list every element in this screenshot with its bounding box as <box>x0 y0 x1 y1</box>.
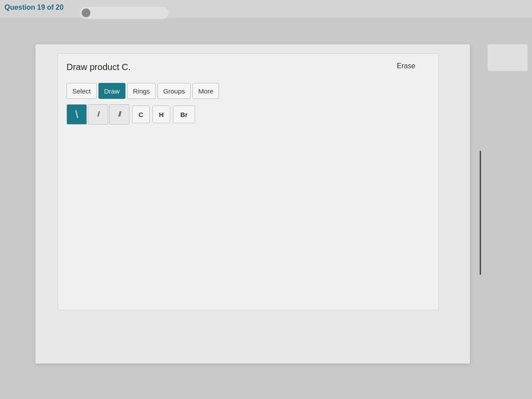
single-bond-button[interactable]: / <box>66 104 87 125</box>
bond-toolbar: / // /// C H Br <box>66 104 195 125</box>
cursor-line <box>480 151 481 275</box>
top-right-panel <box>488 44 528 71</box>
rings-button[interactable]: Rings <box>127 83 156 99</box>
slider-thumb <box>82 8 90 17</box>
double-bond-icon: // <box>98 110 99 118</box>
select-button[interactable]: Select <box>66 83 97 99</box>
erase-button[interactable]: Erase <box>397 62 415 70</box>
toolbar: Select Draw Rings Groups More <box>66 82 219 100</box>
carbon-element-button[interactable]: C <box>132 106 150 123</box>
draw-button[interactable]: Draw <box>98 83 125 99</box>
triple-bond-icon: /// <box>118 110 120 118</box>
draw-product-label: Draw product C. <box>66 62 131 72</box>
double-bond-button[interactable]: // <box>88 104 108 125</box>
single-bond-icon: / <box>72 108 81 121</box>
more-button[interactable]: More <box>192 83 219 99</box>
bromine-element-button[interactable]: Br <box>173 106 195 123</box>
question-label: Question 19 of 20 <box>4 4 63 12</box>
progress-slider[interactable] <box>80 7 168 19</box>
triple-bond-button[interactable]: /// <box>109 104 129 125</box>
groups-button[interactable]: Groups <box>157 83 191 99</box>
top-bar: Question 19 of 20 <box>0 0 532 18</box>
hydrogen-element-button[interactable]: H <box>153 106 170 123</box>
